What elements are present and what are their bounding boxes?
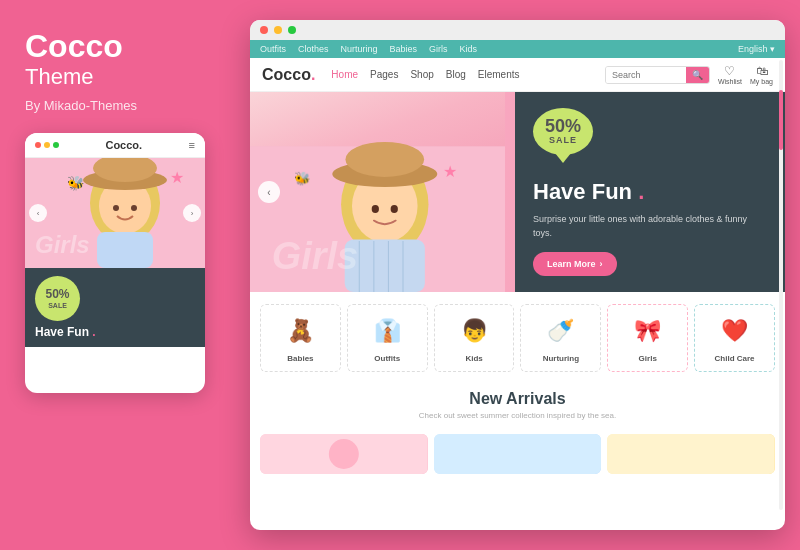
- svg-rect-5: [97, 232, 153, 268]
- mobile-dot-yellow: [44, 142, 50, 148]
- browser-chrome: [250, 20, 785, 40]
- sale-label: SALE: [549, 136, 577, 146]
- mobile-hero-image: ★ 🐝 Girls ‹ ›: [25, 158, 205, 268]
- product-row: [250, 428, 785, 474]
- babies-icon: 🧸: [282, 313, 318, 349]
- sale-badge: 50% SALE: [533, 108, 593, 155]
- kids-label: Kids: [465, 354, 482, 363]
- product-card-3[interactable]: [607, 434, 775, 474]
- childcare-label: Child Care: [715, 354, 755, 363]
- scrollbar-thumb: [779, 90, 783, 150]
- hero-heading: Have Fun .: [533, 179, 767, 205]
- category-nurturing[interactable]: 🍼 Nurturing: [520, 304, 601, 372]
- nav-blog[interactable]: Blog: [446, 69, 466, 80]
- scrollbar[interactable]: [779, 60, 783, 510]
- nav-links: Home Pages Shop Blog Elements: [331, 69, 605, 80]
- nav-right: 🔍 ♡ Wishlist 🛍 My bag: [605, 64, 773, 85]
- svg-point-22: [391, 205, 398, 213]
- hero-prev-arrow[interactable]: ‹: [258, 181, 280, 203]
- brand-by: By Mikado-Themes: [25, 98, 225, 113]
- svg-point-7: [131, 205, 137, 211]
- svg-point-15: [345, 142, 424, 177]
- top-nav-language[interactable]: English ▾: [738, 44, 775, 54]
- brand-name: Cocco: [25, 30, 225, 62]
- wishlist-label: Wishlist: [718, 78, 742, 85]
- outfits-label: Outfits: [374, 354, 400, 363]
- new-arrivals-title: New Arrivals: [260, 390, 775, 408]
- category-babies[interactable]: 🧸 Babies: [260, 304, 341, 372]
- svg-point-6: [113, 205, 119, 211]
- nav-pages[interactable]: Pages: [370, 69, 398, 80]
- svg-text:Girls: Girls: [35, 231, 90, 258]
- hero-section: 🐝 ★ Girls ‹ › 50% SALE Have Fun . Surpri…: [250, 92, 785, 292]
- nav-home[interactable]: Home: [331, 69, 358, 80]
- mobile-have-fun: Have Fun .: [35, 325, 195, 339]
- product-image-3: [607, 434, 775, 474]
- top-nav-girls[interactable]: Girls: [429, 44, 448, 54]
- main-nav: Cocco. Home Pages Shop Blog Elements 🔍 ♡…: [250, 58, 785, 92]
- mobile-sale-label: SALE: [48, 302, 67, 310]
- product-image-2: [434, 434, 602, 474]
- nurturing-label: Nurturing: [543, 354, 579, 363]
- top-nav-nurturing[interactable]: Nurturing: [341, 44, 378, 54]
- categories-row: 🧸 Babies 👔 Outfits 👦 Kids 🍼 Nurturing 🎀 …: [250, 292, 785, 384]
- browser-window: Outfits Clothes Nurturing Babies Girls K…: [250, 20, 785, 530]
- svg-point-21: [372, 205, 379, 213]
- nurturing-icon: 🍼: [543, 313, 579, 349]
- bag-label: My bag: [750, 78, 773, 85]
- category-girls[interactable]: 🎀 Girls: [607, 304, 688, 372]
- arrow-icon: ›: [600, 259, 603, 269]
- brand-subtitle: Theme: [25, 64, 225, 90]
- girls-label: Girls: [639, 354, 657, 363]
- mobile-girl-svg: ★ 🐝 Girls: [25, 158, 205, 268]
- girls-icon: 🎀: [630, 313, 666, 349]
- mobile-sale-badge: 50% SALE: [35, 276, 80, 321]
- outfits-icon: 👔: [369, 313, 405, 349]
- search-input[interactable]: [606, 67, 686, 83]
- svg-text:★: ★: [443, 162, 457, 180]
- svg-point-27: [329, 439, 359, 469]
- mobile-dark-section: 50% SALE Have Fun .: [25, 268, 205, 347]
- product-card-2[interactable]: [434, 434, 602, 474]
- top-nav-kids[interactable]: Kids: [460, 44, 478, 54]
- kids-icon: 👦: [456, 313, 492, 349]
- nav-elements[interactable]: Elements: [478, 69, 520, 80]
- learn-more-label: Learn More: [547, 259, 596, 269]
- hero-description: Surprise your little ones with adorable …: [533, 213, 767, 240]
- chrome-dot-green: [288, 26, 296, 34]
- mobile-dot-green: [53, 142, 59, 148]
- category-childcare[interactable]: ❤️ Child Care: [694, 304, 775, 372]
- mobile-menu-icon[interactable]: ≡: [189, 139, 195, 151]
- mobile-dots: [35, 142, 59, 148]
- mobile-next-arrow[interactable]: ›: [183, 204, 201, 222]
- wishlist-icon-group[interactable]: ♡ Wishlist: [718, 64, 742, 85]
- chrome-dot-yellow: [274, 26, 282, 34]
- learn-more-button[interactable]: Learn More ›: [533, 252, 617, 276]
- new-arrivals-subtitle: Check out sweet summer collection inspir…: [260, 411, 775, 420]
- hero-girl-svg: 🐝 ★ Girls: [250, 92, 505, 292]
- product-card-1[interactable]: [260, 434, 428, 474]
- heart-icon: ♡: [724, 64, 735, 78]
- top-nav: Outfits Clothes Nurturing Babies Girls K…: [250, 40, 785, 58]
- svg-text:Girls: Girls: [272, 235, 358, 277]
- top-nav-outfits[interactable]: Outfits: [260, 44, 286, 54]
- mobile-dot-red: [35, 142, 41, 148]
- nav-shop[interactable]: Shop: [410, 69, 433, 80]
- browser-content: Outfits Clothes Nurturing Babies Girls K…: [250, 40, 785, 530]
- mobile-logo: Cocco.: [105, 139, 142, 151]
- top-nav-babies[interactable]: Babies: [390, 44, 418, 54]
- category-outfits[interactable]: 👔 Outfits: [347, 304, 428, 372]
- category-kids[interactable]: 👦 Kids: [434, 304, 515, 372]
- chrome-dot-red: [260, 26, 268, 34]
- bag-icon-group[interactable]: 🛍 My bag: [750, 64, 773, 85]
- top-nav-clothes[interactable]: Clothes: [298, 44, 329, 54]
- hero-photo: 🐝 ★ Girls ‹ ›: [250, 92, 505, 292]
- babies-label: Babies: [287, 354, 313, 363]
- childcare-icon: ❤️: [717, 313, 753, 349]
- mobile-prev-arrow[interactable]: ‹: [29, 204, 47, 222]
- hero-right-panel: 50% SALE Have Fun . Surprise your little…: [515, 92, 785, 292]
- mobile-top-bar: Cocco. ≡: [25, 133, 205, 158]
- sale-percent: 50%: [545, 117, 581, 137]
- search-button[interactable]: 🔍: [686, 67, 709, 83]
- mobile-hero: ★ 🐝 Girls ‹ ›: [25, 158, 205, 268]
